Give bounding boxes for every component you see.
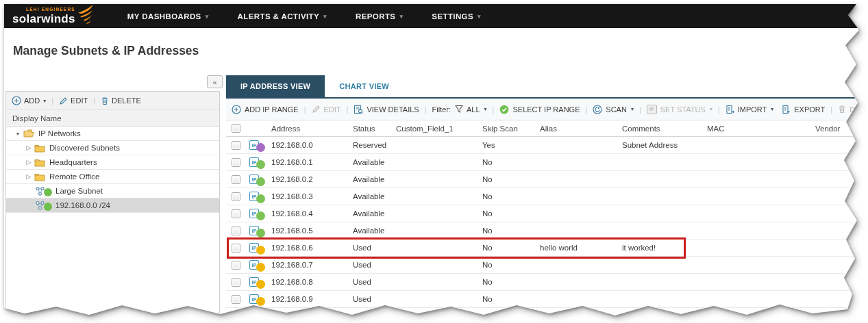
tree-expander-icon[interactable]: ▾ — [13, 131, 23, 137]
table-row[interactable]: IP 192.168.0.8 Used No — [226, 274, 862, 291]
table-row[interactable]: IP — [226, 308, 862, 323]
row-checkbox[interactable] — [232, 141, 240, 150]
page-title: Manage Subnets & IP Addresses — [13, 44, 199, 58]
add-button[interactable]: ADD ▾ — [12, 96, 46, 105]
folder-open-icon — [23, 128, 35, 139]
pencil-icon — [59, 96, 68, 105]
column-header-status[interactable]: Status — [350, 125, 393, 133]
column-header-alias[interactable]: Alias — [537, 125, 619, 133]
row-checkbox[interactable] — [232, 278, 240, 287]
table-row[interactable]: IP 192.168.0.5 Available No — [226, 222, 862, 240]
column-header-mac[interactable]: MAC — [704, 125, 813, 133]
collapse-panel-icon: « — [212, 78, 216, 86]
tree-expander-icon[interactable]: ▷ — [24, 173, 34, 180]
table-header-row: Address Status Custom_Field_1 Skip Scan … — [226, 120, 862, 137]
plus-circle-icon — [12, 96, 21, 105]
row-checkbox[interactable] — [232, 312, 240, 321]
logo-brand: solarwinds — [12, 13, 75, 25]
status-dot — [44, 203, 52, 211]
view-details-icon — [354, 105, 363, 114]
nav-item-alerts-activity[interactable]: ALERTS & ACTIVITY ▾ — [223, 4, 341, 28]
table-row[interactable]: IP 192.168.0.0 Reserved Yes Subnet Addre… — [226, 137, 862, 154]
table-row[interactable]: IP 192.168.0.4 Available No — [226, 205, 862, 222]
table-row[interactable]: IP 192.168.0.9 Used No — [226, 291, 862, 308]
delete-ip-button[interactable]: DELETE — [838, 105, 868, 114]
tree-expander-icon[interactable]: ▷ — [24, 144, 34, 151]
column-header-address[interactable]: Address — [269, 125, 350, 133]
collapse-panel-button[interactable]: « — [207, 75, 223, 88]
filter-funnel-icon — [455, 105, 463, 114]
status-dot — [256, 160, 265, 169]
row-checkbox[interactable] — [232, 227, 240, 235]
tree-item-remote-office[interactable]: ▷ Remote Office — [6, 170, 219, 184]
logo-tagline: LEHI ENGINEERS — [26, 8, 75, 12]
cell-status: Reserved — [350, 141, 393, 149]
table-row[interactable]: IP 192.168.0.3 Available No — [226, 188, 862, 205]
view-details-button[interactable]: VIEW DETAILS — [354, 105, 419, 114]
select-all-checkbox[interactable] — [232, 124, 240, 133]
tab-ip-address-view[interactable]: IP ADDRESS VIEW — [226, 75, 325, 97]
filter-all-dropdown[interactable]: ALL ▾ — [455, 105, 487, 114]
ip-address-table: IP 192.168.0.0 Reserved Yes Subnet Addre… — [226, 137, 862, 323]
nav-item-settings[interactable]: SETTINGS ▾ — [417, 4, 495, 28]
column-header-vendor[interactable]: Vendor — [813, 125, 862, 133]
solarwinds-logo[interactable]: LEHI ENGINEERS solarwinds — [12, 8, 94, 25]
column-header-custom-field-1[interactable]: Custom_Field_1 — [393, 125, 480, 133]
tree-item-ip-networks[interactable]: ▾ IP Networks — [6, 127, 219, 141]
cell-skip-scan: No — [480, 175, 537, 183]
edit-ip-button[interactable]: EDIT — [312, 105, 341, 114]
scan-button[interactable]: SCAN ▾ — [593, 105, 634, 114]
subnet-tree-panel: ADD ▾ | EDIT | DELETE Display Name ▾ — [5, 91, 220, 317]
table-row[interactable]: IP 192.168.0.2 Available No — [226, 171, 862, 188]
nav-item-reports[interactable]: REPORTS ▾ — [341, 4, 417, 28]
cell-address: 192.168.0.1 — [269, 158, 350, 166]
cell-address: 192.168.0.6 — [269, 244, 350, 252]
row-checkbox[interactable] — [232, 244, 240, 253]
cell-status: Used — [350, 244, 393, 252]
chevron-down-icon: ▾ — [206, 13, 209, 20]
tree-item-label: Headquarters — [49, 158, 97, 166]
ip-badge-icon: IP — [647, 105, 657, 114]
row-checkbox[interactable] — [232, 295, 240, 304]
row-checkbox[interactable] — [232, 261, 240, 270]
trash-icon — [838, 105, 846, 114]
tree-expander-icon[interactable]: ▷ — [24, 159, 34, 166]
nav-item-my-dashboards[interactable]: MY DASHBOARDS ▾ — [113, 4, 223, 28]
cell-address: 192.168.0.4 — [269, 209, 350, 218]
edit-button[interactable]: EDIT — [59, 96, 88, 105]
set-status-button[interactable]: IP SET STATUS ▾ — [647, 105, 712, 114]
status-dot — [44, 188, 52, 196]
app-sheet: LEHI ENGINEERS solarwinds MY DASHBOARDS … — [4, 4, 862, 320]
table-row[interactable]: IP 192.168.0.7 Used No — [226, 257, 862, 274]
row-checkbox[interactable] — [232, 158, 240, 167]
cell-address: 192.168.0.0 — [269, 141, 350, 149]
export-button[interactable]: EXPORT — [782, 105, 825, 114]
table-row[interactable]: IP 192.168.0.6 Used No hello world it wo… — [226, 240, 862, 257]
export-icon — [782, 105, 791, 114]
cell-status: Available — [350, 192, 393, 201]
tree-column-header: Display Name — [6, 110, 219, 127]
status-dot — [256, 246, 265, 255]
cell-address: 192.168.0.2 — [269, 175, 350, 183]
cell-alias: hello world — [537, 244, 619, 252]
import-button[interactable]: IMPORT ▾ — [726, 105, 774, 114]
row-checkbox[interactable] — [232, 192, 240, 201]
row-checkbox[interactable] — [232, 175, 240, 184]
chevron-down-icon: ▾ — [710, 106, 712, 112]
tree-item-discovered-subnets[interactable]: ▷ Discovered Subnets — [6, 141, 219, 155]
column-header-skip-scan[interactable]: Skip Scan — [480, 125, 537, 133]
table-row[interactable]: IP 192.168.0.1 Available No — [226, 154, 862, 171]
column-header-comments[interactable]: Comments — [619, 125, 704, 133]
tree-item-headquarters[interactable]: ▷ Headquarters — [6, 155, 219, 170]
cell-status: Used — [350, 278, 393, 286]
row-checkbox[interactable] — [232, 209, 240, 218]
select-ip-range-button[interactable]: SELECT IP RANGE — [499, 105, 580, 114]
delete-button[interactable]: DELETE — [101, 96, 141, 105]
tree-item-192-168-0-0-24[interactable]: 192.168.0.0 /24 — [6, 198, 219, 213]
add-ip-range-button[interactable]: ADD IP RANGE — [232, 105, 299, 114]
top-nav-bar: LEHI ENGINEERS solarwinds MY DASHBOARDS … — [4, 4, 862, 28]
chevron-down-icon: ▾ — [771, 106, 773, 112]
tab-chart-view[interactable]: CHART VIEW — [325, 75, 404, 97]
folder-icon — [34, 157, 46, 168]
tree-item-large-subnet[interactable]: Large Subnet — [6, 184, 219, 198]
